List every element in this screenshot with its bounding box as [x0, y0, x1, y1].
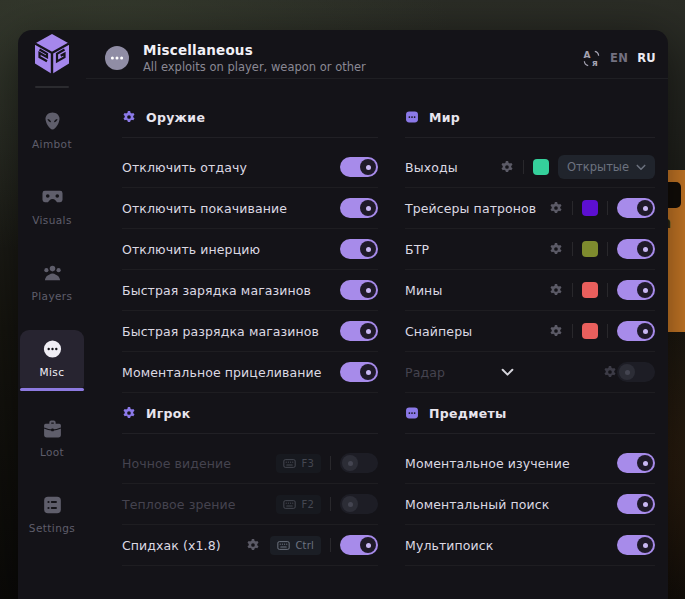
color-swatch[interactable] [533, 159, 549, 175]
toggle-knob-dot [643, 206, 648, 211]
toggle-knob-dot [366, 206, 371, 211]
hotkey-badge[interactable]: Ctrl [270, 536, 321, 555]
active-tab-indicator [20, 388, 84, 391]
toggle-switch[interactable] [617, 453, 655, 473]
hotkey-label: Ctrl [295, 540, 314, 551]
toggle-knob [637, 241, 653, 257]
hotkey-badge[interactable]: F2 [276, 495, 321, 514]
toggle-switch[interactable] [617, 494, 655, 514]
control-divider [572, 242, 573, 256]
color-swatch[interactable] [582, 200, 598, 216]
toggle-knob [637, 537, 653, 553]
sidebar-item-misc[interactable]: Misc [20, 330, 84, 388]
toggle-knob [360, 159, 376, 175]
translate-icon[interactable]: Aя [582, 49, 601, 68]
control-divider [572, 324, 573, 338]
feature-label: Тепловое зрение [122, 497, 236, 512]
feature-row: Спидхак (x1.8)Ctrl [122, 524, 378, 565]
section-title: Предметы [429, 406, 507, 421]
sidebar-item-label: Misc [40, 366, 65, 378]
content-area: Оружие Отключить отдачуОтключить покачив… [86, 79, 668, 599]
players-icon [42, 263, 63, 283]
color-swatch[interactable] [582, 241, 598, 257]
control-divider [330, 538, 331, 552]
toggle-switch[interactable] [617, 280, 655, 300]
feature-row: Мины [405, 269, 655, 310]
color-swatch[interactable] [582, 323, 598, 339]
gear-icon[interactable] [603, 365, 617, 379]
gear-icon[interactable] [500, 160, 514, 174]
feature-label: Отключить инерцию [122, 242, 260, 257]
hotkey-badge[interactable]: F3 [276, 454, 321, 473]
gear-icon [122, 406, 136, 420]
feature-label: Радар [405, 365, 445, 380]
feature-row: Отключить инерцию [122, 228, 378, 269]
toggle-knob [360, 241, 376, 257]
feature-label: Снайперы [405, 324, 472, 339]
toggle-switch[interactable] [340, 362, 378, 382]
control-divider [607, 324, 608, 338]
toggle-switch[interactable] [340, 453, 378, 473]
feature-label: Моментальное изучение [405, 456, 570, 471]
gear-icon[interactable] [549, 242, 563, 256]
sidebar-item-aimbot[interactable]: Aimbot [20, 102, 84, 160]
feature-label: Мультипоиск [405, 538, 493, 553]
gear-icon[interactable] [549, 324, 563, 338]
toggle-knob-dot [366, 543, 371, 548]
sidebar-item-label: Settings [29, 522, 75, 534]
feature-row: Отключить отдачу [122, 147, 378, 187]
toggle-knob-dot [348, 461, 353, 466]
toggle-switch[interactable] [617, 321, 655, 341]
feature-label: Мины [405, 283, 442, 298]
toggle-knob-dot [366, 165, 371, 170]
sidebar-item-players[interactable]: Players [20, 254, 84, 312]
toggle-knob [637, 455, 653, 471]
toggle-switch[interactable] [340, 157, 378, 177]
keyboard-icon [283, 500, 296, 509]
sidebar-item-loot[interactable]: Loot [20, 410, 84, 468]
sidebar-item-visuals[interactable]: Visuals [20, 178, 84, 236]
toggle-switch[interactable] [340, 239, 378, 259]
section-title: Мир [429, 110, 460, 125]
feature-row: БТР [405, 228, 655, 269]
control-divider [572, 283, 573, 297]
feature-label: Ночное видение [122, 456, 231, 471]
gear-icon[interactable] [246, 538, 260, 552]
sidebar-item-settings[interactable]: Settings [20, 486, 84, 544]
toggle-switch[interactable] [340, 280, 378, 300]
sidebar-item-label: Loot [40, 446, 64, 458]
toggle-knob-dot [643, 329, 648, 334]
toggle-switch[interactable] [340, 494, 378, 514]
toggle-switch[interactable] [340, 321, 378, 341]
color-swatch[interactable] [582, 282, 598, 298]
toggle-knob-dot [643, 247, 648, 252]
control-divider [330, 456, 331, 470]
toggle-knob-dot [366, 288, 371, 293]
hotkey-label: F3 [301, 458, 314, 469]
toggle-switch[interactable] [340, 198, 378, 218]
feature-row: Быстрая зарядка магазинов [122, 269, 378, 310]
toggle-switch[interactable] [340, 535, 378, 555]
dropdown-value: Открытые [567, 160, 629, 174]
feature-label: Моментальный поиск [405, 497, 549, 512]
toggle-switch[interactable] [617, 239, 655, 259]
lang-en-button[interactable]: EN [610, 51, 628, 65]
feature-label: Трейсеры патронов [405, 201, 536, 216]
left-column: Оружие Отключить отдачуОтключить покачив… [122, 79, 378, 566]
toggle-switch[interactable] [617, 198, 655, 218]
toggle-knob-dot [643, 543, 648, 548]
toggle-knob [619, 364, 635, 380]
chevron-down-icon[interactable] [501, 368, 514, 377]
control-divider [330, 497, 331, 511]
dropdown-select[interactable]: Открытые [558, 155, 655, 179]
toggle-knob-dot [643, 461, 648, 466]
sidebar-nav: AimbotVisualsPlayersMiscLootSettings [18, 102, 86, 562]
toggle-switch[interactable] [617, 535, 655, 555]
gear-icon[interactable] [549, 201, 563, 215]
gear-icon[interactable] [549, 283, 563, 297]
lang-ru-button[interactable]: RU [637, 51, 656, 65]
toggle-knob [360, 364, 376, 380]
svg-text:A: A [584, 49, 591, 59]
toggle-switch[interactable] [617, 362, 655, 382]
control-divider [572, 201, 573, 215]
